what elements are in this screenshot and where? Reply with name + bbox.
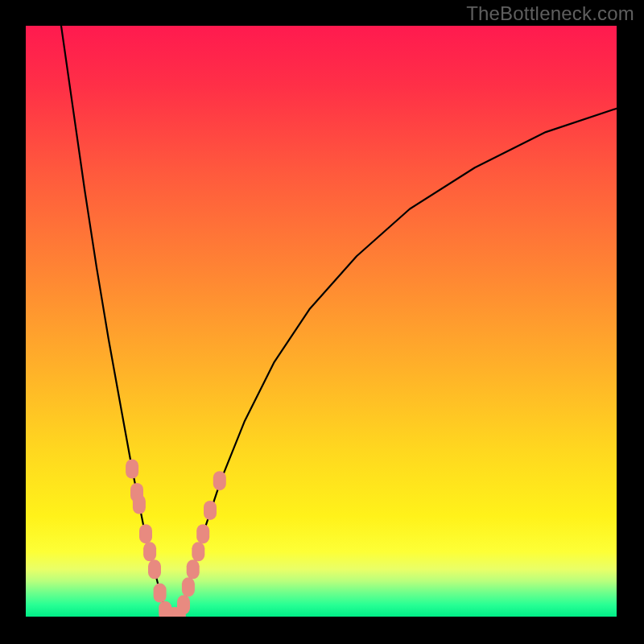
data-marker <box>126 460 138 479</box>
data-marker <box>204 501 217 520</box>
data-marker <box>143 542 156 561</box>
data-marker <box>187 559 200 579</box>
data-marker <box>192 542 204 561</box>
plot-area <box>26 26 617 617</box>
data-marker <box>133 495 146 514</box>
data-marker <box>182 577 195 597</box>
chart-frame: TheBottleneck.com <box>0 0 644 644</box>
watermark-text: TheBottleneck.com <box>466 2 634 25</box>
data-marker <box>177 595 190 614</box>
markers-group <box>126 460 226 617</box>
chart-svg <box>26 26 617 617</box>
data-marker <box>213 471 226 490</box>
data-marker <box>196 524 209 543</box>
data-marker <box>154 584 167 603</box>
right-curve <box>180 109 617 617</box>
data-marker <box>139 524 152 543</box>
left-curve <box>61 26 167 617</box>
data-marker <box>148 559 161 579</box>
